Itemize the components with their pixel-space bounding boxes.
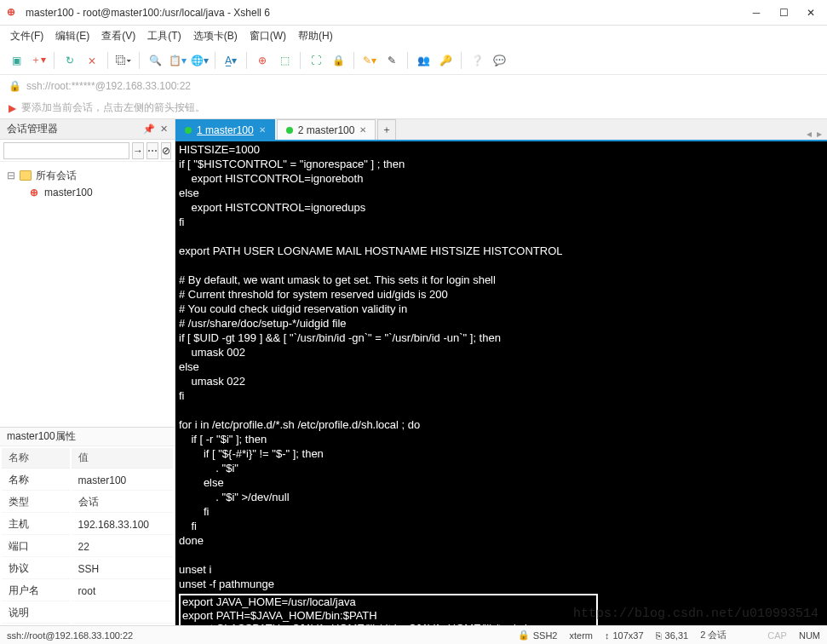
app-icon: ⊕ [7, 6, 20, 20]
search-icon[interactable]: 🔍 [146, 51, 164, 70]
separator [107, 52, 108, 69]
tab-label: 2 master100 [298, 124, 355, 136]
tab-status-dot-icon [185, 127, 192, 134]
size-icon: ↕ [605, 630, 610, 641]
watermark-text: https://blog.csdn.net/u010993514 [573, 607, 818, 622]
terminal-highlight-box: export JAVA_HOME=/usr/local/java export … [179, 594, 598, 625]
table-row: 协议SSH [2, 559, 173, 579]
menu-edit[interactable]: 编辑(E) [55, 29, 89, 43]
address-text[interactable]: ssh://root:******@192.168.33.100:22 [26, 80, 191, 92]
xshell-icon[interactable]: ⊕ [253, 51, 272, 70]
window-title: master100 - root@master100:/usr/local/ja… [26, 7, 750, 19]
minimize-button[interactable]: ─ [750, 7, 762, 19]
separator [246, 52, 247, 69]
tab-next-icon[interactable]: ▸ [817, 128, 822, 140]
chat-icon[interactable]: 💬 [490, 51, 508, 70]
fullscreen-icon[interactable]: ⛶ [307, 51, 325, 70]
tab-master100-1[interactable]: 1 master100 ✕ [175, 119, 275, 140]
status-connection: ssh://root@192.168.33.100:22 [7, 630, 506, 641]
lock-icon[interactable]: 🔒 [329, 51, 347, 70]
close-button[interactable]: ✕ [805, 7, 817, 19]
tab-bar: 1 master100 ✕ 2 master100 ✕ ＋ ◂ ▸ [175, 119, 827, 141]
menu-window[interactable]: 窗口(W) [250, 29, 286, 43]
expand-icon[interactable]: ⊟ [7, 170, 17, 181]
highlight-icon[interactable]: ✎▾ [360, 51, 379, 70]
disconnect-icon[interactable]: ⨯ [83, 51, 101, 70]
hint-bar: ▶ 要添加当前会话，点击左侧的箭头按钮。 [0, 97, 827, 119]
table-row: 类型会话 [2, 492, 173, 513]
menu-view[interactable]: 查看(V) [101, 29, 135, 43]
status-num: NUM [799, 630, 820, 641]
hint-arrow-icon[interactable]: ▶ [9, 102, 16, 114]
window-controls: ─ ☐ ✕ [750, 7, 817, 19]
tree-root-label: 所有会话 [36, 169, 77, 183]
main-area: 会话管理器 📌 ✕ → ⋯ ⊘ ⊟ 所有会话 ⊕ master100 maste… [0, 119, 827, 625]
status-size: ↕ 107x37 [605, 630, 644, 641]
panel-pin-icon[interactable]: 📌 [143, 124, 155, 135]
tab-add-button[interactable]: ＋ [377, 119, 396, 140]
separator [139, 52, 140, 69]
menu-tools[interactable]: 工具(T) [147, 29, 181, 43]
tab-master100-2[interactable]: 2 master100 ✕ [277, 119, 376, 140]
tree-session-label: master100 [44, 187, 93, 198]
search-clear-icon[interactable]: ⊘ [161, 142, 171, 159]
lock-status-icon: 🔒 [518, 630, 530, 641]
new-dropdown-icon[interactable]: ＋▾ [29, 51, 48, 70]
status-cursor-pos: ⎘ 36,31 [656, 630, 689, 641]
pos-icon: ⎘ [656, 630, 662, 641]
maximize-button[interactable]: ☐ [778, 7, 790, 19]
terminal-output[interactable]: HISTSIZE=1000 if [ "$HISTCONTROL" = "ign… [175, 141, 827, 625]
toolbar: ▣ ＋▾ ↻ ⨯ ⿻▾ 🔍 📋▾ 🌐▾ A̲▾ ⊕ ⬚ ⛶ 🔒 ✎▾ ✎ 👥 🔑… [0, 46, 827, 75]
new-session-icon[interactable]: ▣ [7, 51, 26, 70]
tab-label: 1 master100 [197, 124, 254, 136]
reconnect-icon[interactable]: ↻ [60, 51, 79, 70]
session-search-row: → ⋯ ⊘ [0, 140, 175, 162]
titlebar: ⊕ master100 - root@master100:/usr/local/… [0, 0, 827, 26]
key-icon[interactable]: 🔑 [436, 51, 455, 70]
panel-header: 会话管理器 📌 ✕ [0, 119, 175, 140]
tree-session-master100[interactable]: ⊕ master100 [3, 184, 171, 201]
menu-tabs[interactable]: 选项卡(B) [193, 29, 238, 43]
tab-close-icon[interactable]: ✕ [259, 125, 266, 135]
globe-icon[interactable]: 🌐▾ [190, 51, 209, 70]
status-sessions: 2 会话 [700, 629, 726, 641]
folder-icon [19, 169, 32, 182]
font-icon[interactable]: A̲▾ [221, 51, 240, 70]
users-icon[interactable]: 👥 [414, 51, 433, 70]
table-row: 名称master100 [2, 470, 173, 491]
status-term: xterm [570, 630, 594, 641]
table-row: 主机192.168.33.100 [2, 515, 173, 535]
menubar: 文件(F) 编辑(E) 查看(V) 工具(T) 选项卡(B) 窗口(W) 帮助(… [0, 26, 827, 46]
props-header-name: 名称 [2, 448, 70, 469]
properties-table: 名称 值 名称master100 类型会话 主机192.168.33.100 端… [0, 446, 175, 625]
separator [461, 52, 462, 69]
session-properties: master100属性 名称 值 名称master100 类型会话 主机192.… [0, 427, 175, 625]
menu-file[interactable]: 文件(F) [10, 29, 43, 43]
copy-icon[interactable]: ⿻▾ [114, 51, 133, 70]
tab-prev-icon[interactable]: ◂ [807, 128, 812, 140]
panel-title: 会话管理器 [7, 122, 58, 136]
panel-close-icon[interactable]: ✕ [160, 124, 168, 135]
separator [407, 52, 408, 69]
help-icon[interactable]: ❔ [468, 51, 486, 70]
address-bar: 🔒 ssh://root:******@192.168.33.100:22 [0, 75, 827, 97]
paste-icon[interactable]: 📋▾ [168, 51, 187, 70]
search-go-icon[interactable]: → [132, 142, 144, 159]
props-header-value: 值 [72, 448, 173, 469]
menu-help[interactable]: 帮助(H) [298, 29, 333, 43]
xftp-icon[interactable]: ⬚ [275, 51, 294, 70]
session-tree: ⊟ 所有会话 ⊕ master100 [0, 162, 175, 427]
tab-close-icon[interactable]: ✕ [359, 125, 366, 135]
separator [54, 52, 55, 69]
session-search-input[interactable] [3, 142, 129, 159]
status-cap: CAP [767, 630, 787, 641]
edit-icon[interactable]: ✎ [382, 51, 401, 70]
tab-nav: ◂ ▸ [801, 128, 827, 140]
lock-small-icon: 🔒 [9, 80, 21, 92]
session-icon: ⊕ [27, 186, 41, 199]
tree-root-all-sessions[interactable]: ⊟ 所有会话 [3, 167, 171, 184]
table-row: 端口22 [2, 537, 173, 557]
terminal-body: HISTSIZE=1000 if [ "$HISTCONTROL" = "ign… [179, 143, 563, 590]
separator [353, 52, 354, 69]
search-filter-icon[interactable]: ⋯ [146, 142, 158, 159]
